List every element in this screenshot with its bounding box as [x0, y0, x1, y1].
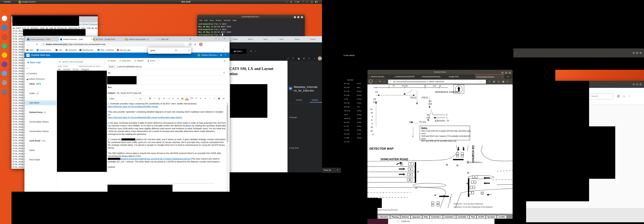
find-in-page[interactable]: great 0/0 ∧ ∨ ✕: [148, 47, 191, 54]
trash-icon[interactable]: [2, 89, 7, 95]
opsheet-document[interactable]: REFERENCE CORNER P2(12) P2(12) P4 (14) P…: [368, 84, 512, 208]
firefox-titlebar[interactable]: Mozilla Firefox: [368, 70, 512, 74]
numbered-list-icon[interactable]: ⋮≡: [166, 97, 170, 99]
print-icon[interactable]: ⎙: [303, 57, 305, 60]
maximize-icon[interactable]: [297, 16, 300, 18]
mail-icon[interactable]: [2, 34, 7, 39]
minimize-icon[interactable]: —: [214, 37, 217, 40]
browser-tab[interactable]: /home/andrew/Downlo✕: [421, 74, 451, 79]
favorites-group[interactable]: ▸ Favorites: [27, 72, 37, 75]
browser-tab[interactable]: .net✕: [278, 37, 295, 42]
bookmark-working-with-[interactable]: AWorking with...: [80, 49, 94, 51]
download-icon[interactable]: ⇩: [488, 80, 490, 83]
tab-close-icon[interactable]: ✕: [282, 38, 284, 40]
file-list-row[interactable]: 94.3 kB2 May: [344, 102, 368, 106]
bookmark-andrew-simm-[interactable]: OAndrew Simm...: [37, 49, 52, 51]
sheet-tab-conflict[interactable]: Conflict: [497, 215, 506, 219]
battery-icon[interactable]: [316, 1, 318, 3]
browser-tab[interactable]: ⚠Restore Session✕: [368, 74, 397, 79]
back-icon[interactable]: ←: [369, 80, 372, 83]
find-previous-icon[interactable]: ∧: [182, 49, 183, 51]
file-list-row[interactable]: 13:0730 Apr: [344, 114, 368, 118]
more-options-icon[interactable]: ⋮: [313, 57, 316, 60]
browser-tab[interactable]: the✕: [262, 37, 280, 42]
wifi-icon[interactable]: ◠: [302, 1, 304, 3]
close-icon[interactable]: ✕: [337, 169, 338, 171]
bluetooth-icon[interactable]: ᛒ: [306, 1, 308, 3]
underline-icon[interactable]: U: [158, 97, 161, 99]
close-icon[interactable]: [509, 72, 511, 74]
sheet-tab-phasing[interactable]: Phasing: [390, 215, 400, 219]
maximize-icon[interactable]: □: [219, 37, 220, 40]
italic-icon[interactable]: I: [153, 97, 156, 99]
volume-icon[interactable]: ◁): [310, 1, 312, 3]
library-icon[interactable]: ▥: [493, 80, 495, 83]
unlink-icon[interactable]: ⊘: [212, 97, 216, 100]
star-icon[interactable]: ☆: [623, 94, 625, 98]
indent-icon[interactable]: ⇥: [176, 97, 180, 100]
avatar[interactable]: [318, 56, 322, 60]
find-query[interactable]: great: [150, 49, 155, 51]
browser-tab[interactable]: New Tab✕: [157, 37, 192, 42]
filter-to-me[interactable]: To me: [72, 68, 78, 70]
sheet-tab-approach[interactable]: Approach: [411, 215, 422, 219]
compose-apps-button[interactable]: ◆APPS: [148, 60, 155, 62]
browser-tab[interactable]: /home/andrew/Downlo✕: [475, 74, 504, 79]
activities-button[interactable]: Activities: [4, 1, 11, 3]
firefox-icon[interactable]: [2, 6, 7, 12]
help-icon[interactable]: ?: [225, 54, 226, 56]
browser-tab[interactable]: Andrew Simmons - Outlo✕: [59, 37, 94, 42]
check-circle-icon[interactable]: ✓: [287, 57, 289, 60]
clear-format-icon[interactable]: ⌫: [190, 97, 193, 100]
mailbox-root[interactable]: ◢ Andrew Simmons: [26, 78, 44, 80]
bookmark-star-icon[interactable]: ☆: [482, 81, 484, 83]
tab-close-icon[interactable]: ✕: [314, 38, 316, 40]
folder-sent-items[interactable]: Sent Items: [24, 100, 56, 105]
new-mail-button[interactable]: ⊕ New mail: [27, 61, 40, 64]
file-list-row[interactable]: 91.9 kB: [344, 141, 368, 145]
folder-drafts[interactable]: Drafts[1]: [24, 91, 56, 96]
file-list-row[interactable]: 28.8 kBThu: [344, 106, 368, 110]
extensions-icon[interactable]: ▦: [502, 80, 504, 83]
file-list-row[interactable]: 106.8 kB28 Apr: [344, 110, 368, 114]
folder-notes[interactable]: Notes: [24, 148, 56, 153]
browser-tab[interactable]: Andrew Simmons - Outlo✕: [26, 37, 61, 42]
sort-selector[interactable]: CONVERSATIONS BY DATE ▾: [78, 65, 101, 67]
sidebar-icon[interactable]: ◫: [498, 80, 500, 83]
close-icon[interactable]: [640, 52, 642, 54]
home-icon[interactable]: ⌂: [384, 80, 385, 83]
terminal-menu-search[interactable]: Search: [216, 19, 221, 22]
tab-close-icon[interactable]: ✕: [236, 38, 238, 40]
browser-tab[interactable]: Dow✕: [294, 37, 311, 42]
tab-close-icon[interactable]: ✕: [298, 38, 300, 40]
system-tray[interactable]: ⌗ ❖ ⏚4% ◠ ᛒ ◁): [284, 1, 318, 3]
subject-value[interactable]: Re: Setup SCATS data hub: [117, 92, 141, 94]
terminal-menu-terminal[interactable]: Terminal: [224, 19, 230, 22]
align-center-icon[interactable]: ≡: [199, 97, 202, 99]
tab-details[interactable]: Details: [296, 99, 302, 101]
file-list-row[interactable]: 2.3 MB30 Apr: [344, 129, 368, 133]
align-left-icon[interactable]: ≡: [194, 97, 198, 99]
minimize-icon[interactable]: [633, 52, 635, 54]
media-player-icon[interactable]: [2, 71, 7, 76]
filter-flagged[interactable]: Flagged: [81, 68, 89, 70]
libreoffice-icon[interactable]: [2, 62, 7, 67]
folder-junk-email[interactable]: Junk Email[29]: [24, 138, 56, 143]
slack-icon[interactable]: ⌗: [286, 1, 287, 3]
chevron-down-icon[interactable]: ▾: [255, 50, 256, 52]
bookmark-how-do-i-get-[interactable]: nHow do I get...: [117, 49, 132, 51]
mention-icon[interactable]: @: [617, 94, 620, 98]
bookmark-files-onedrive[interactable]: ☁Files - OneDrive: [98, 49, 114, 51]
settings-icon[interactable]: [2, 80, 7, 85]
browser-tab[interactable]: Traff✕: [232, 37, 249, 42]
forward-icon[interactable]: →: [31, 43, 34, 46]
show-all-button[interactable]: Show all: [324, 169, 331, 171]
presence-avatar[interactable]: [198, 54, 200, 56]
find-next-icon[interactable]: ∨: [185, 49, 186, 51]
sheet-tab-scats[interactable]: SCATS: [477, 215, 485, 219]
search-box[interactable]: Search mail and people: [58, 60, 105, 64]
file-list-row[interactable]: 13:0629 Apr: [344, 98, 368, 102]
tab-close-icon[interactable]: ✕: [502, 76, 503, 78]
folder-deleted-items[interactable]: Deleted Items3: [24, 110, 56, 115]
new-tab-button[interactable]: +: [507, 75, 509, 78]
